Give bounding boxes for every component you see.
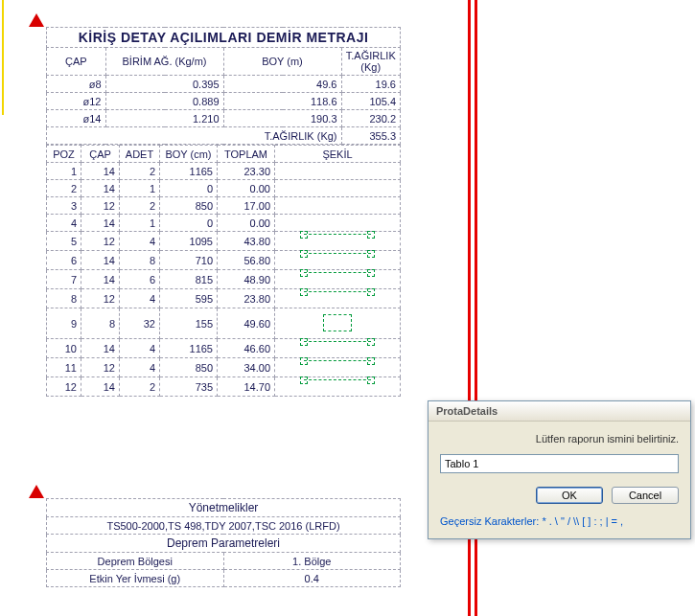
shape-cell bbox=[275, 232, 401, 251]
report-name-input[interactable] bbox=[440, 454, 679, 473]
hdr-toplam: TOPLAM bbox=[218, 146, 275, 163]
shape-cell bbox=[275, 215, 401, 232]
table-row: 1214273514.70 bbox=[47, 377, 401, 397]
rebar-shape-icon bbox=[304, 291, 371, 304]
table-row: 214100.00 bbox=[47, 180, 401, 197]
table-row: ø14 1.210 190.3 230.2 bbox=[47, 110, 401, 127]
regulations-title: Yönetmelikler bbox=[47, 499, 401, 517]
shape-cell bbox=[275, 289, 401, 308]
table-row: 714681548.90 bbox=[47, 270, 401, 289]
rebar-shape-icon bbox=[304, 272, 371, 285]
seismic-subhead: Deprem Parametreleri bbox=[47, 535, 401, 553]
cancel-button[interactable]: Cancel bbox=[612, 487, 679, 504]
table-row: 983215549.60 bbox=[47, 308, 401, 339]
table-row: 1142116523.30 bbox=[47, 163, 401, 180]
dialog-title: ProtaDetails bbox=[429, 401, 690, 422]
table-regulations: Yönetmelikler TS500-2000,TS 498,TDY 2007… bbox=[46, 498, 401, 587]
shape-cell bbox=[275, 308, 401, 339]
ok-button[interactable]: OK bbox=[536, 487, 603, 504]
ruler-edge bbox=[2, 0, 4, 115]
table-row: 312285017.00 bbox=[47, 197, 401, 215]
hdr-boycm: BOY (cm) bbox=[160, 146, 218, 163]
marker-triangle bbox=[29, 13, 44, 27]
table-row: 614871056.80 bbox=[47, 251, 401, 270]
total-value: 355.3 bbox=[341, 127, 401, 145]
shape-cell bbox=[275, 270, 401, 289]
hdr-sekil: ŞEKİL bbox=[275, 146, 401, 163]
table-row: 1112485034.00 bbox=[47, 358, 401, 377]
shape-cell bbox=[275, 163, 401, 180]
table-row: ø8 0.395 49.6 19.6 bbox=[47, 76, 401, 93]
report-sheet-regulations: Yönetmelikler TS500-2000,TS 498,TDY 2007… bbox=[46, 498, 401, 587]
rebar-shape-icon bbox=[304, 234, 371, 246]
rebar-shape-icon bbox=[304, 379, 371, 392]
table-row: 414100.00 bbox=[47, 215, 401, 232]
table-weights: KİRİŞ DETAY AÇILIMLARI DEMİR METRAJI ÇAP… bbox=[46, 27, 401, 145]
table-positions: POZ ÇAP ADET BOY (cm) TOPLAM ŞEKİL 11421… bbox=[46, 145, 401, 397]
rebar-shape-icon bbox=[304, 360, 371, 373]
table-row: Deprem Bölgesi 1. Bölge bbox=[47, 553, 401, 570]
table-row-total: T.AĞIRLIK (Kg) 355.3 bbox=[47, 127, 401, 145]
rebar-shape-icon bbox=[304, 253, 371, 265]
shape-cell bbox=[275, 251, 401, 270]
hdr-tagirlik: T.AĞIRLIK (Kg) bbox=[341, 48, 401, 76]
hdr-poz: POZ bbox=[47, 146, 81, 163]
marker-triangle bbox=[29, 485, 44, 498]
shape-cell bbox=[275, 339, 401, 358]
invalid-chars-note: Geçersiz Karakterler: * . \ " / \\ [ ] :… bbox=[440, 515, 679, 527]
shape-cell bbox=[275, 358, 401, 377]
hdr-birimag: BİRİM AĞ. (Kg/m) bbox=[105, 48, 223, 76]
hdr-cap: ÇAP bbox=[47, 48, 106, 76]
table-row: 5124109543.80 bbox=[47, 232, 401, 251]
table-row: 10144116546.60 bbox=[47, 339, 401, 358]
hdr-boy-m: BOY (m) bbox=[223, 48, 341, 76]
shape-cell bbox=[275, 180, 401, 197]
hdr-adet: ADET bbox=[120, 146, 160, 163]
report-title: KİRİŞ DETAY AÇILIMLARI DEMİR METRAJI bbox=[47, 28, 401, 48]
stirrup-shape-icon bbox=[323, 314, 352, 331]
dialog-message: Lütfen raporun ismini belirtiniz. bbox=[440, 433, 679, 445]
total-label: T.AĞIRLIK (Kg) bbox=[47, 127, 342, 145]
dialog-save-report: ProtaDetails Lütfen raporun ismini belir… bbox=[428, 400, 691, 539]
shape-cell bbox=[275, 197, 401, 215]
codes-row: TS500-2000,TS 498,TDY 2007,TSC 2016 (LRF… bbox=[47, 517, 401, 535]
table-row: Etkin Yer İvmesi (g) 0.4 bbox=[47, 570, 401, 587]
rebar-shape-icon bbox=[304, 341, 371, 354]
table-row: 812459523.80 bbox=[47, 289, 401, 308]
shape-cell bbox=[275, 377, 401, 397]
report-sheet-metraj: KİRİŞ DETAY AÇILIMLARI DEMİR METRAJI ÇAP… bbox=[46, 27, 401, 397]
table-row: ø12 0.889 118.6 105.4 bbox=[47, 93, 401, 110]
hdr-cap: ÇAP bbox=[81, 146, 120, 163]
